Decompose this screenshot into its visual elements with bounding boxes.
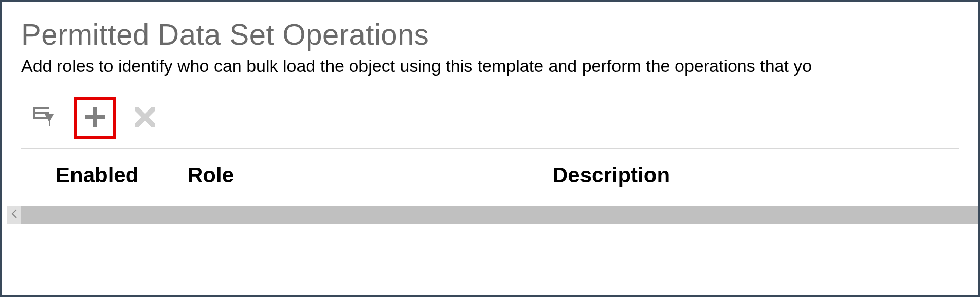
column-header-description[interactable]: Description xyxy=(553,163,978,188)
scroll-thumb[interactable] xyxy=(21,206,978,224)
panel-subtitle: Add roles to identify who can bulk load … xyxy=(21,56,978,76)
toolbar xyxy=(21,97,959,149)
table-header-row: Enabled Role Description xyxy=(21,149,978,188)
horizontal-scrollbar[interactable] xyxy=(7,206,978,224)
column-header-enabled[interactable]: Enabled xyxy=(56,163,188,188)
svg-rect-5 xyxy=(85,115,105,119)
remove-row-button[interactable] xyxy=(133,106,157,130)
column-header-role[interactable]: Role xyxy=(188,163,553,188)
filter-table-icon xyxy=(33,107,56,129)
svg-rect-1 xyxy=(33,112,49,114)
chevron-left-icon xyxy=(11,209,17,221)
plus-icon xyxy=(84,106,106,130)
svg-rect-2 xyxy=(33,117,49,119)
close-icon xyxy=(135,107,155,129)
svg-rect-3 xyxy=(33,107,35,119)
add-row-button[interactable] xyxy=(83,106,107,130)
panel-title: Permitted Data Set Operations xyxy=(21,17,978,51)
svg-rect-0 xyxy=(33,107,49,109)
query-by-example-button[interactable] xyxy=(32,106,57,130)
panel-container: Permitted Data Set Operations Add roles … xyxy=(2,2,978,295)
scroll-left-arrow[interactable] xyxy=(7,206,21,224)
add-button-highlight xyxy=(74,97,116,139)
